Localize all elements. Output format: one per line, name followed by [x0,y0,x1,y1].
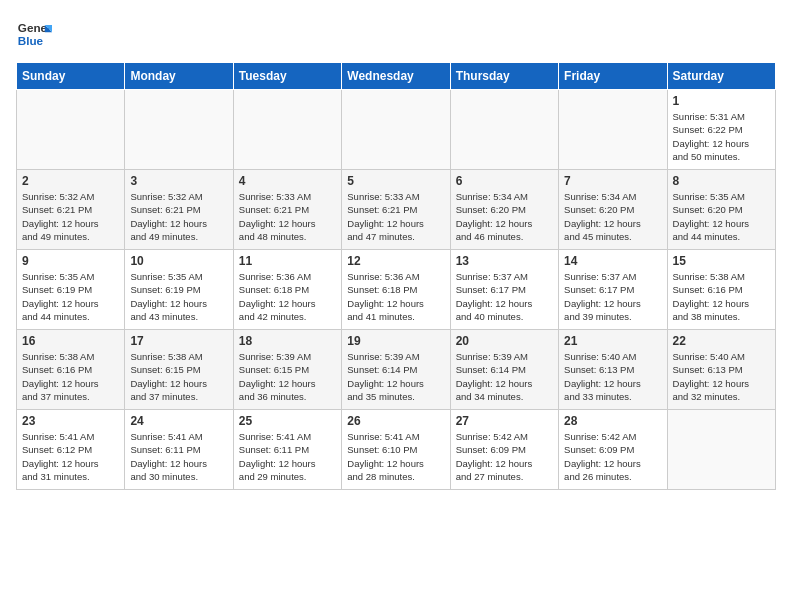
calendar-cell: 22Sunrise: 5:40 AM Sunset: 6:13 PM Dayli… [667,330,775,410]
day-number: 8 [673,174,770,188]
calendar-cell: 2Sunrise: 5:32 AM Sunset: 6:21 PM Daylig… [17,170,125,250]
day-detail: Sunrise: 5:35 AM Sunset: 6:19 PM Dayligh… [22,270,119,323]
day-number: 16 [22,334,119,348]
logo-icon: General Blue [16,16,52,52]
calendar-cell: 7Sunrise: 5:34 AM Sunset: 6:20 PM Daylig… [559,170,667,250]
day-number: 9 [22,254,119,268]
calendar-table: SundayMondayTuesdayWednesdayThursdayFrid… [16,62,776,490]
day-number: 4 [239,174,336,188]
weekday-header-monday: Monday [125,63,233,90]
calendar-cell: 11Sunrise: 5:36 AM Sunset: 6:18 PM Dayli… [233,250,341,330]
calendar-cell [342,90,450,170]
calendar-cell: 20Sunrise: 5:39 AM Sunset: 6:14 PM Dayli… [450,330,558,410]
day-number: 11 [239,254,336,268]
header: General Blue [16,16,776,52]
calendar-cell: 6Sunrise: 5:34 AM Sunset: 6:20 PM Daylig… [450,170,558,250]
logo: General Blue [16,16,52,52]
day-number: 28 [564,414,661,428]
day-number: 23 [22,414,119,428]
calendar-cell: 17Sunrise: 5:38 AM Sunset: 6:15 PM Dayli… [125,330,233,410]
weekday-header-friday: Friday [559,63,667,90]
day-detail: Sunrise: 5:36 AM Sunset: 6:18 PM Dayligh… [239,270,336,323]
day-detail: Sunrise: 5:31 AM Sunset: 6:22 PM Dayligh… [673,110,770,163]
day-detail: Sunrise: 5:42 AM Sunset: 6:09 PM Dayligh… [564,430,661,483]
calendar-cell: 10Sunrise: 5:35 AM Sunset: 6:19 PM Dayli… [125,250,233,330]
calendar-cell: 28Sunrise: 5:42 AM Sunset: 6:09 PM Dayli… [559,410,667,490]
calendar-cell: 24Sunrise: 5:41 AM Sunset: 6:11 PM Dayli… [125,410,233,490]
day-number: 15 [673,254,770,268]
weekday-header-wednesday: Wednesday [342,63,450,90]
calendar-cell: 5Sunrise: 5:33 AM Sunset: 6:21 PM Daylig… [342,170,450,250]
calendar-cell [17,90,125,170]
day-detail: Sunrise: 5:38 AM Sunset: 6:15 PM Dayligh… [130,350,227,403]
day-detail: Sunrise: 5:39 AM Sunset: 6:15 PM Dayligh… [239,350,336,403]
calendar-cell: 1Sunrise: 5:31 AM Sunset: 6:22 PM Daylig… [667,90,775,170]
calendar-cell [450,90,558,170]
svg-text:Blue: Blue [18,34,44,47]
weekday-header-tuesday: Tuesday [233,63,341,90]
weekday-header-thursday: Thursday [450,63,558,90]
day-detail: Sunrise: 5:42 AM Sunset: 6:09 PM Dayligh… [456,430,553,483]
day-number: 25 [239,414,336,428]
day-number: 3 [130,174,227,188]
calendar-cell: 3Sunrise: 5:32 AM Sunset: 6:21 PM Daylig… [125,170,233,250]
day-detail: Sunrise: 5:33 AM Sunset: 6:21 PM Dayligh… [347,190,444,243]
calendar-cell: 19Sunrise: 5:39 AM Sunset: 6:14 PM Dayli… [342,330,450,410]
day-detail: Sunrise: 5:37 AM Sunset: 6:17 PM Dayligh… [564,270,661,323]
day-number: 2 [22,174,119,188]
day-detail: Sunrise: 5:41 AM Sunset: 6:10 PM Dayligh… [347,430,444,483]
day-detail: Sunrise: 5:39 AM Sunset: 6:14 PM Dayligh… [347,350,444,403]
day-number: 19 [347,334,444,348]
day-detail: Sunrise: 5:38 AM Sunset: 6:16 PM Dayligh… [22,350,119,403]
calendar-cell: 25Sunrise: 5:41 AM Sunset: 6:11 PM Dayli… [233,410,341,490]
day-detail: Sunrise: 5:37 AM Sunset: 6:17 PM Dayligh… [456,270,553,323]
day-detail: Sunrise: 5:33 AM Sunset: 6:21 PM Dayligh… [239,190,336,243]
calendar-cell: 27Sunrise: 5:42 AM Sunset: 6:09 PM Dayli… [450,410,558,490]
calendar-cell: 12Sunrise: 5:36 AM Sunset: 6:18 PM Dayli… [342,250,450,330]
day-number: 22 [673,334,770,348]
weekday-header-saturday: Saturday [667,63,775,90]
day-number: 27 [456,414,553,428]
day-detail: Sunrise: 5:36 AM Sunset: 6:18 PM Dayligh… [347,270,444,323]
calendar-cell: 18Sunrise: 5:39 AM Sunset: 6:15 PM Dayli… [233,330,341,410]
day-number: 24 [130,414,227,428]
calendar-cell [233,90,341,170]
calendar-cell: 21Sunrise: 5:40 AM Sunset: 6:13 PM Dayli… [559,330,667,410]
day-detail: Sunrise: 5:41 AM Sunset: 6:12 PM Dayligh… [22,430,119,483]
day-detail: Sunrise: 5:41 AM Sunset: 6:11 PM Dayligh… [239,430,336,483]
calendar-cell: 14Sunrise: 5:37 AM Sunset: 6:17 PM Dayli… [559,250,667,330]
calendar-cell [667,410,775,490]
day-detail: Sunrise: 5:41 AM Sunset: 6:11 PM Dayligh… [130,430,227,483]
day-number: 7 [564,174,661,188]
day-number: 10 [130,254,227,268]
day-number: 20 [456,334,553,348]
calendar-cell: 9Sunrise: 5:35 AM Sunset: 6:19 PM Daylig… [17,250,125,330]
day-number: 5 [347,174,444,188]
day-detail: Sunrise: 5:34 AM Sunset: 6:20 PM Dayligh… [456,190,553,243]
calendar-cell: 4Sunrise: 5:33 AM Sunset: 6:21 PM Daylig… [233,170,341,250]
day-number: 17 [130,334,227,348]
day-number: 18 [239,334,336,348]
day-detail: Sunrise: 5:40 AM Sunset: 6:13 PM Dayligh… [564,350,661,403]
calendar-cell: 23Sunrise: 5:41 AM Sunset: 6:12 PM Dayli… [17,410,125,490]
day-detail: Sunrise: 5:35 AM Sunset: 6:20 PM Dayligh… [673,190,770,243]
calendar-cell: 15Sunrise: 5:38 AM Sunset: 6:16 PM Dayli… [667,250,775,330]
day-number: 12 [347,254,444,268]
calendar-cell: 8Sunrise: 5:35 AM Sunset: 6:20 PM Daylig… [667,170,775,250]
day-number: 21 [564,334,661,348]
calendar-cell [559,90,667,170]
day-number: 26 [347,414,444,428]
day-number: 14 [564,254,661,268]
day-detail: Sunrise: 5:39 AM Sunset: 6:14 PM Dayligh… [456,350,553,403]
day-number: 1 [673,94,770,108]
calendar-cell: 26Sunrise: 5:41 AM Sunset: 6:10 PM Dayli… [342,410,450,490]
day-detail: Sunrise: 5:32 AM Sunset: 6:21 PM Dayligh… [22,190,119,243]
day-detail: Sunrise: 5:38 AM Sunset: 6:16 PM Dayligh… [673,270,770,323]
day-number: 6 [456,174,553,188]
day-detail: Sunrise: 5:35 AM Sunset: 6:19 PM Dayligh… [130,270,227,323]
day-detail: Sunrise: 5:34 AM Sunset: 6:20 PM Dayligh… [564,190,661,243]
day-number: 13 [456,254,553,268]
weekday-header-sunday: Sunday [17,63,125,90]
calendar-cell: 16Sunrise: 5:38 AM Sunset: 6:16 PM Dayli… [17,330,125,410]
day-detail: Sunrise: 5:40 AM Sunset: 6:13 PM Dayligh… [673,350,770,403]
